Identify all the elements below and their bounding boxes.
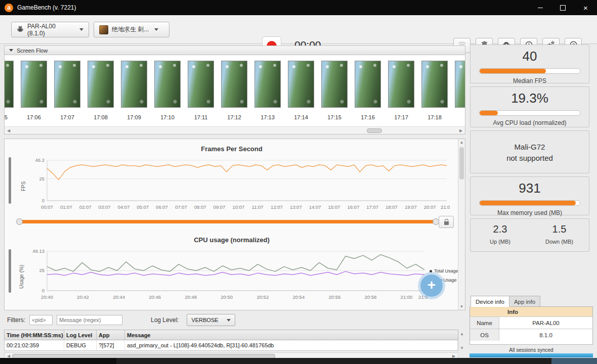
x-tick-label: 11:07	[252, 204, 264, 210]
tab-device-info[interactable]: Device info	[471, 296, 509, 307]
info-row-name: Name PAR-AL00	[470, 316, 592, 329]
scrollbar-thumb[interactable]	[367, 128, 382, 133]
screenflow-thumbnail[interactable]: 17:09	[121, 61, 147, 120]
collapse-arrow-icon	[9, 49, 13, 52]
info-tabs: Device info App info	[471, 296, 540, 307]
pid-filter-input[interactable]	[29, 315, 53, 325]
y-tick-label: 0	[42, 198, 45, 203]
device-selector[interactable]: PAR-AL00 (8.1.0)	[11, 22, 89, 37]
sync-progress-bar	[470, 353, 593, 357]
lock-range-button[interactable]	[439, 216, 454, 228]
x-tick-label: 04:07	[117, 204, 130, 210]
gpu-card: Mali-G72 not supported	[470, 130, 589, 173]
cpu-load-bar	[479, 110, 580, 116]
x-tick-label: 20:58	[365, 294, 377, 300]
cpu-load-card: 19.3% Avg CPU load (normalized)	[470, 86, 589, 127]
network-down-label: Down (MB)	[530, 239, 589, 245]
scroll-down-icon[interactable]: ▼	[458, 304, 465, 309]
x-tick-label: 18:07	[386, 204, 398, 210]
thumbnail-row: 17:0517:0617:0717:0817:0917:1017:1117:12…	[4, 61, 465, 120]
x-tick-label: 19:07	[405, 204, 417, 210]
x-tick-label: 21:00	[401, 294, 413, 300]
series-fps	[47, 165, 447, 179]
y-tick-label: 46.2	[35, 157, 45, 163]
x-tick-label: 12:07	[271, 204, 283, 210]
series-app-usage	[47, 271, 424, 276]
screenflow-thumbnail[interactable]: 17:05	[4, 61, 14, 120]
x-tick-label: 20:07	[424, 204, 436, 210]
scrollbar-thumb[interactable]	[459, 147, 464, 179]
scroll-up-icon[interactable]: ▲	[458, 140, 465, 145]
screenflow-thumbnail[interactable]: 17:18	[421, 61, 448, 120]
thumbnail-image	[421, 61, 448, 108]
cpu-chart-title: CPU usage (normalized)	[5, 236, 459, 244]
screenflow-thumbnail[interactable]: 17:07	[54, 61, 80, 120]
screenflow-thumbnail[interactable]: 17:12	[221, 61, 247, 120]
screenflow-thumbnail[interactable]: 17:06	[21, 61, 47, 120]
log-level-select[interactable]: VERBOSE	[187, 314, 235, 326]
maximize-button[interactable]	[551, 0, 574, 15]
cpu-load-value: 19.3%	[471, 90, 589, 106]
minimize-button[interactable]	[529, 0, 551, 15]
log-scroll-up-icon[interactable]: ▲	[459, 332, 465, 336]
screenflow-thumbnail[interactable]: 17:10	[154, 61, 181, 120]
slider-handle-left[interactable]	[16, 218, 23, 225]
column-header-level[interactable]: Log Level	[64, 330, 97, 340]
cpu-chart-drag-handle[interactable]	[9, 249, 11, 293]
thumbnail-image	[154, 61, 181, 108]
app-selector-label: 绝地求生 刺...	[112, 25, 149, 34]
screenflow-header[interactable]: Screen Flow	[4, 46, 465, 55]
network-down-value: 1.5	[530, 223, 589, 235]
thumbnail-image	[388, 61, 414, 108]
taskbar-segment	[551, 358, 597, 364]
thumbnail-time: 17:08	[88, 114, 114, 120]
screenflow-thumbnail[interactable]: 17:16	[355, 61, 381, 120]
message-filter-input[interactable]	[57, 315, 122, 325]
screenflow-thumbnail[interactable]: 17:13	[254, 61, 281, 120]
screenflow-scrollbar[interactable]: ◀ ▶	[5, 126, 465, 134]
legend-item: Total Usage	[430, 268, 458, 274]
info-row-os: OS 8.1.0	[470, 329, 592, 341]
thumbnail-time: 17:10	[154, 114, 181, 120]
os-taskbar	[0, 358, 597, 364]
screenflow-thumbnail[interactable]: 17:08	[88, 61, 114, 120]
network-card: 2.3 Up (MB) 1.5 Down (MB)	[470, 218, 589, 252]
screenflow-thumbnail[interactable]: 17:11	[188, 61, 214, 120]
x-tick-label: 01:07	[60, 204, 72, 210]
screenflow-thumbnail[interactable]: 17:17	[388, 61, 414, 120]
log-filters-bar: Filters: Log Level: VERBOSE	[4, 313, 465, 327]
info-key: OS	[470, 329, 499, 341]
log-scroll-down-icon[interactable]: ▼	[459, 346, 465, 350]
slider-track[interactable]	[18, 220, 438, 223]
x-tick-label: 00:07	[41, 204, 53, 210]
column-header-message[interactable]: Message	[125, 330, 458, 340]
x-tick-label: 17:07	[366, 204, 378, 210]
time-range-slider[interactable]	[18, 218, 438, 225]
column-header-app[interactable]: App	[97, 330, 125, 340]
charts-vertical-scrollbar[interactable]: ▲ ▼	[458, 139, 465, 310]
add-marker-button[interactable]: +	[420, 275, 443, 297]
x-tick-label: 20:54	[292, 294, 305, 300]
toolbar: PAR-AL00 (8.1.0) 绝地求生 刺... 00:00	[0, 15, 597, 44]
log-level-value: VERBOSE	[191, 317, 218, 323]
thumbnail-image	[355, 61, 381, 108]
fps-chart-drag-handle[interactable]	[9, 157, 11, 204]
info-key: Name	[470, 317, 499, 329]
screenflow-thumbnail[interactable]: 17:14	[288, 61, 314, 120]
log-table-row[interactable]: 00:21:02:359 DEBUG ?[572] asd_primary_ou…	[4, 340, 458, 351]
scroll-left-icon[interactable]: ◀	[5, 127, 12, 134]
thumbnail-time: 17:05	[4, 114, 14, 120]
filters-label: Filters:	[7, 316, 25, 324]
thumbnail-time: 17:18	[421, 114, 448, 120]
close-button[interactable]: ×	[574, 0, 597, 15]
scroll-right-icon[interactable]: ▶	[457, 127, 464, 134]
screenflow-thumbnail[interactable]	[455, 61, 465, 120]
gamebench-window: a GameBench (v. 7221) × PAR-AL00 (8.1.0)…	[0, 0, 597, 364]
x-tick-label: 16:07	[347, 204, 359, 210]
tab-app-info[interactable]: App info	[509, 296, 540, 307]
screenflow-thumbnail[interactable]: 17:15	[321, 61, 348, 120]
y-tick-label: 25	[39, 267, 45, 273]
app-selector[interactable]: 绝地求生 刺...	[94, 22, 169, 37]
chevron-down-icon	[154, 28, 158, 31]
column-header-time[interactable]: Time (HH:MM:SS:ms)	[5, 330, 64, 340]
